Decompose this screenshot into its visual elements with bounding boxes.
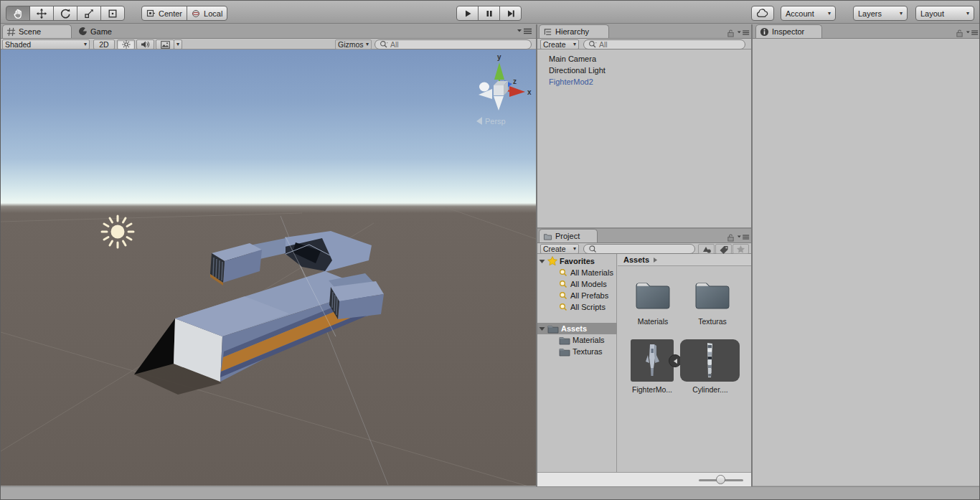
hierarchy-create-dropdown[interactable]: Create▾ — [540, 39, 579, 49]
panel-menu-icon — [517, 28, 532, 34]
panel-menu-icon — [737, 29, 750, 36]
hierarchy-create-label: Create — [543, 40, 566, 49]
favorites-star-button[interactable] — [732, 244, 749, 254]
scene-effects-dropdown[interactable]: ▾ — [174, 39, 182, 49]
shading-mode-dropdown[interactable]: Shaded▾ — [2, 39, 90, 49]
pause-button[interactable] — [478, 6, 500, 21]
scene-viewport[interactable]: y x z Persp — [1, 49, 536, 486]
layout-dropdown[interactable]: Layout▾ — [915, 6, 974, 21]
project-panel-menu[interactable] — [737, 234, 750, 240]
tab-inspector[interactable]: Inspector — [755, 24, 822, 38]
asset-tile-fightermod[interactable] — [631, 339, 674, 382]
scene-lighting-toggle[interactable] — [117, 39, 135, 49]
hand-tool-button[interactable] — [6, 6, 30, 21]
project-status-bar — [537, 472, 751, 486]
play-button[interactable] — [456, 6, 479, 21]
scene-audio-toggle[interactable] — [136, 39, 154, 49]
grid-asset-label[interactable]: FighterMo... — [623, 385, 681, 394]
scene-panel-menu[interactable] — [517, 28, 532, 34]
hierarchy-item-fightermod2[interactable]: FighterMod2 — [537, 76, 751, 88]
scale-tool-button[interactable] — [77, 6, 101, 21]
thumbnail-zoom-slider-thumb[interactable] — [716, 475, 725, 484]
hierarchy-item-main-camera[interactable]: Main Camera — [537, 53, 751, 65]
asset-tile-cylinder[interactable] — [680, 339, 740, 382]
tab-game[interactable]: Game — [75, 24, 129, 38]
tree-item-all-prefabs[interactable]: All Prefabs — [559, 290, 616, 301]
search-by-label-icon — [719, 245, 729, 254]
search-by-label-button[interactable] — [715, 244, 732, 254]
favorites-star-icon — [547, 256, 557, 266]
project-create-label: Create — [543, 245, 566, 253]
hierarchy-lock[interactable] — [727, 29, 735, 37]
fighter-model[interactable] — [134, 231, 384, 395]
tree-item-assets[interactable]: Assets — [537, 323, 617, 334]
tree-item-all-materials[interactable]: All Materials — [559, 267, 616, 278]
search-by-type-button[interactable] — [698, 244, 715, 254]
search-by-type-icon — [702, 245, 712, 254]
tree-item-favorites[interactable]: Favorites — [539, 255, 595, 267]
hierarchy-toolbar: Create▾ All — [537, 38, 751, 49]
tree-item-materials[interactable]: Materials — [559, 334, 616, 346]
tree-item-label: All Prefabs — [570, 291, 608, 300]
project-search-input[interactable] — [583, 244, 695, 254]
play-icon — [463, 9, 473, 19]
tab-hierarchy[interactable]: Hierarchy — [539, 24, 609, 38]
image-icon — [161, 41, 170, 49]
account-dropdown[interactable]: Account▾ — [781, 6, 836, 21]
rect-tool-button[interactable] — [100, 6, 125, 21]
tree-item-label: All Materials — [570, 268, 613, 277]
project-create-dropdown[interactable]: Create▾ — [540, 244, 579, 254]
fightermod-thumbnail — [631, 339, 674, 382]
hierarchy-item-directional-light[interactable]: Directional Light — [537, 65, 751, 76]
move-tool-button[interactable] — [29, 6, 54, 21]
tree-item-all-models[interactable]: All Models — [559, 278, 616, 290]
foldout-arrow-icon[interactable] — [539, 326, 545, 332]
pause-icon — [484, 9, 494, 19]
shading-mode-label: Shaded — [5, 40, 31, 49]
hand-icon — [12, 8, 24, 19]
layers-label: Layers — [858, 9, 882, 18]
grid-asset-label[interactable]: Cylinder.... — [682, 385, 739, 394]
project-breadcrumb[interactable]: Assets — [618, 254, 751, 266]
pivot-center-button[interactable]: Center — [141, 6, 187, 21]
orientation-gizmo[interactable]: y x z — [479, 53, 532, 110]
tab-scene[interactable]: Scene — [2, 24, 72, 38]
main-toolbar: Center Local Account▾ — [1, 1, 979, 24]
chevron-down-icon: ▾ — [176, 42, 179, 47]
chevron-down-icon: ▾ — [573, 42, 576, 47]
hierarchy-panel-menu[interactable] — [737, 29, 750, 36]
scene-effects-toggle[interactable] — [156, 39, 174, 49]
tab-project[interactable]: Project — [539, 229, 598, 242]
divider[interactable] — [751, 24, 753, 486]
toggle-2d-button[interactable]: 2D — [93, 39, 115, 49]
rect-tool-icon — [107, 8, 118, 19]
cloud-button[interactable] — [751, 6, 774, 21]
grid-folder-texturas[interactable] — [694, 279, 731, 311]
search-filter-icon — [559, 303, 568, 311]
inspector-panel-menu[interactable] — [966, 29, 979, 36]
projection-toggle[interactable]: Persp — [476, 117, 506, 126]
tree-item-texturas[interactable]: Texturas — [559, 346, 616, 357]
hierarchy-search-input[interactable]: All — [583, 39, 745, 49]
grid-folder-label[interactable]: Texturas — [684, 317, 740, 326]
project-toolbar: Create▾ — [537, 242, 751, 254]
rotation-local-button[interactable]: Local — [187, 6, 227, 21]
scene-toolbar: Shaded▾ 2D ▾ Gizmos▾ All — [1, 38, 537, 49]
rotate-tool-button[interactable] — [53, 6, 77, 21]
tree-item-all-scripts[interactable]: All Scripts — [559, 301, 616, 313]
grid-folder-label[interactable]: Materials — [625, 317, 681, 326]
step-button[interactable] — [499, 6, 522, 21]
directional-light-gizmo[interactable] — [102, 216, 133, 247]
layers-dropdown[interactable]: Layers▾ — [853, 6, 908, 21]
tree-item-label: All Scripts — [570, 303, 606, 311]
star-icon — [736, 245, 745, 254]
project-lock[interactable] — [727, 233, 735, 242]
status-bar — [1, 486, 980, 500]
foldout-arrow-icon[interactable] — [539, 258, 545, 265]
lock-icon — [727, 233, 735, 242]
scene-search-input[interactable]: All — [374, 39, 532, 49]
divider[interactable] — [536, 24, 537, 486]
inspector-lock[interactable] — [956, 29, 963, 37]
gizmos-dropdown[interactable]: Gizmos▾ — [335, 39, 372, 49]
grid-folder-materials[interactable] — [634, 279, 672, 311]
